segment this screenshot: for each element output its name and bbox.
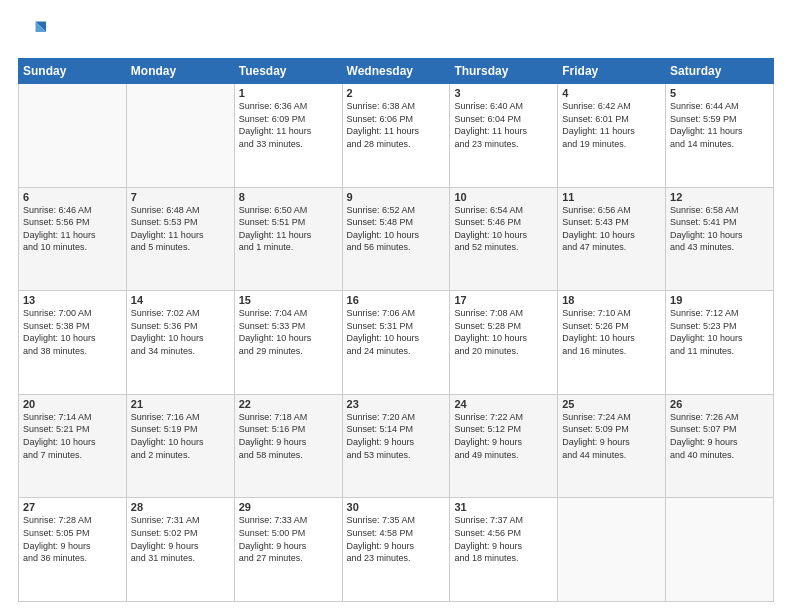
day-info: Sunrise: 6:58 AM Sunset: 5:41 PM Dayligh… [670,204,769,254]
day-number: 18 [562,294,661,306]
day-info: Sunrise: 7:04 AM Sunset: 5:33 PM Dayligh… [239,307,338,357]
day-info: Sunrise: 6:48 AM Sunset: 5:53 PM Dayligh… [131,204,230,254]
calendar-cell: 4Sunrise: 6:42 AM Sunset: 6:01 PM Daylig… [558,84,666,188]
day-info: Sunrise: 7:18 AM Sunset: 5:16 PM Dayligh… [239,411,338,461]
day-number: 2 [347,87,446,99]
day-number: 25 [562,398,661,410]
week-row-1: 1Sunrise: 6:36 AM Sunset: 6:09 PM Daylig… [19,84,774,188]
day-number: 31 [454,501,553,513]
calendar-cell: 8Sunrise: 6:50 AM Sunset: 5:51 PM Daylig… [234,187,342,291]
day-info: Sunrise: 7:08 AM Sunset: 5:28 PM Dayligh… [454,307,553,357]
day-number: 9 [347,191,446,203]
day-info: Sunrise: 6:38 AM Sunset: 6:06 PM Dayligh… [347,100,446,150]
day-number: 14 [131,294,230,306]
calendar-cell: 2Sunrise: 6:38 AM Sunset: 6:06 PM Daylig… [342,84,450,188]
day-info: Sunrise: 6:44 AM Sunset: 5:59 PM Dayligh… [670,100,769,150]
calendar-cell: 16Sunrise: 7:06 AM Sunset: 5:31 PM Dayli… [342,291,450,395]
days-header-row: SundayMondayTuesdayWednesdayThursdayFrid… [19,59,774,84]
day-number: 11 [562,191,661,203]
day-info: Sunrise: 7:14 AM Sunset: 5:21 PM Dayligh… [23,411,122,461]
day-header-tuesday: Tuesday [234,59,342,84]
calendar-cell: 20Sunrise: 7:14 AM Sunset: 5:21 PM Dayli… [19,394,127,498]
day-number: 3 [454,87,553,99]
calendar-cell [558,498,666,602]
day-info: Sunrise: 7:35 AM Sunset: 4:58 PM Dayligh… [347,514,446,564]
header [18,18,774,48]
calendar-cell: 29Sunrise: 7:33 AM Sunset: 5:00 PM Dayli… [234,498,342,602]
day-number: 26 [670,398,769,410]
day-info: Sunrise: 7:10 AM Sunset: 5:26 PM Dayligh… [562,307,661,357]
calendar-cell: 9Sunrise: 6:52 AM Sunset: 5:48 PM Daylig… [342,187,450,291]
day-number: 10 [454,191,553,203]
calendar-cell: 30Sunrise: 7:35 AM Sunset: 4:58 PM Dayli… [342,498,450,602]
calendar-cell [666,498,774,602]
day-info: Sunrise: 7:00 AM Sunset: 5:38 PM Dayligh… [23,307,122,357]
day-number: 23 [347,398,446,410]
calendar-cell: 3Sunrise: 6:40 AM Sunset: 6:04 PM Daylig… [450,84,558,188]
day-info: Sunrise: 7:26 AM Sunset: 5:07 PM Dayligh… [670,411,769,461]
day-info: Sunrise: 7:16 AM Sunset: 5:19 PM Dayligh… [131,411,230,461]
day-header-saturday: Saturday [666,59,774,84]
calendar-cell: 6Sunrise: 6:46 AM Sunset: 5:56 PM Daylig… [19,187,127,291]
day-number: 13 [23,294,122,306]
calendar-cell [19,84,127,188]
week-row-4: 20Sunrise: 7:14 AM Sunset: 5:21 PM Dayli… [19,394,774,498]
week-row-2: 6Sunrise: 6:46 AM Sunset: 5:56 PM Daylig… [19,187,774,291]
day-number: 12 [670,191,769,203]
calendar-cell: 31Sunrise: 7:37 AM Sunset: 4:56 PM Dayli… [450,498,558,602]
day-info: Sunrise: 6:36 AM Sunset: 6:09 PM Dayligh… [239,100,338,150]
calendar-cell: 26Sunrise: 7:26 AM Sunset: 5:07 PM Dayli… [666,394,774,498]
day-info: Sunrise: 7:24 AM Sunset: 5:09 PM Dayligh… [562,411,661,461]
calendar-cell: 17Sunrise: 7:08 AM Sunset: 5:28 PM Dayli… [450,291,558,395]
calendar-cell: 25Sunrise: 7:24 AM Sunset: 5:09 PM Dayli… [558,394,666,498]
calendar-cell: 18Sunrise: 7:10 AM Sunset: 5:26 PM Dayli… [558,291,666,395]
calendar-cell: 14Sunrise: 7:02 AM Sunset: 5:36 PM Dayli… [126,291,234,395]
calendar-cell: 11Sunrise: 6:56 AM Sunset: 5:43 PM Dayli… [558,187,666,291]
calendar-cell: 7Sunrise: 6:48 AM Sunset: 5:53 PM Daylig… [126,187,234,291]
day-number: 19 [670,294,769,306]
day-info: Sunrise: 7:02 AM Sunset: 5:36 PM Dayligh… [131,307,230,357]
day-number: 17 [454,294,553,306]
logo [18,18,48,48]
day-number: 27 [23,501,122,513]
calendar-cell: 15Sunrise: 7:04 AM Sunset: 5:33 PM Dayli… [234,291,342,395]
day-number: 8 [239,191,338,203]
week-row-5: 27Sunrise: 7:28 AM Sunset: 5:05 PM Dayli… [19,498,774,602]
calendar-cell: 1Sunrise: 6:36 AM Sunset: 6:09 PM Daylig… [234,84,342,188]
day-number: 29 [239,501,338,513]
day-info: Sunrise: 6:56 AM Sunset: 5:43 PM Dayligh… [562,204,661,254]
day-info: Sunrise: 6:42 AM Sunset: 6:01 PM Dayligh… [562,100,661,150]
calendar-cell: 28Sunrise: 7:31 AM Sunset: 5:02 PM Dayli… [126,498,234,602]
day-number: 20 [23,398,122,410]
calendar-cell: 27Sunrise: 7:28 AM Sunset: 5:05 PM Dayli… [19,498,127,602]
day-info: Sunrise: 6:54 AM Sunset: 5:46 PM Dayligh… [454,204,553,254]
week-row-3: 13Sunrise: 7:00 AM Sunset: 5:38 PM Dayli… [19,291,774,395]
day-number: 21 [131,398,230,410]
day-number: 7 [131,191,230,203]
day-number: 28 [131,501,230,513]
day-number: 5 [670,87,769,99]
day-header-thursday: Thursday [450,59,558,84]
calendar-cell: 22Sunrise: 7:18 AM Sunset: 5:16 PM Dayli… [234,394,342,498]
day-number: 4 [562,87,661,99]
day-info: Sunrise: 7:31 AM Sunset: 5:02 PM Dayligh… [131,514,230,564]
calendar-cell: 19Sunrise: 7:12 AM Sunset: 5:23 PM Dayli… [666,291,774,395]
day-number: 1 [239,87,338,99]
day-header-monday: Monday [126,59,234,84]
calendar-cell: 13Sunrise: 7:00 AM Sunset: 5:38 PM Dayli… [19,291,127,395]
day-info: Sunrise: 6:50 AM Sunset: 5:51 PM Dayligh… [239,204,338,254]
day-info: Sunrise: 6:40 AM Sunset: 6:04 PM Dayligh… [454,100,553,150]
day-info: Sunrise: 7:33 AM Sunset: 5:00 PM Dayligh… [239,514,338,564]
calendar-cell: 5Sunrise: 6:44 AM Sunset: 5:59 PM Daylig… [666,84,774,188]
logo-icon [18,18,46,46]
day-info: Sunrise: 7:28 AM Sunset: 5:05 PM Dayligh… [23,514,122,564]
day-info: Sunrise: 7:12 AM Sunset: 5:23 PM Dayligh… [670,307,769,357]
calendar-cell: 10Sunrise: 6:54 AM Sunset: 5:46 PM Dayli… [450,187,558,291]
calendar-cell [126,84,234,188]
day-header-friday: Friday [558,59,666,84]
calendar-cell: 23Sunrise: 7:20 AM Sunset: 5:14 PM Dayli… [342,394,450,498]
day-number: 30 [347,501,446,513]
calendar-cell: 12Sunrise: 6:58 AM Sunset: 5:41 PM Dayli… [666,187,774,291]
day-number: 16 [347,294,446,306]
day-number: 22 [239,398,338,410]
